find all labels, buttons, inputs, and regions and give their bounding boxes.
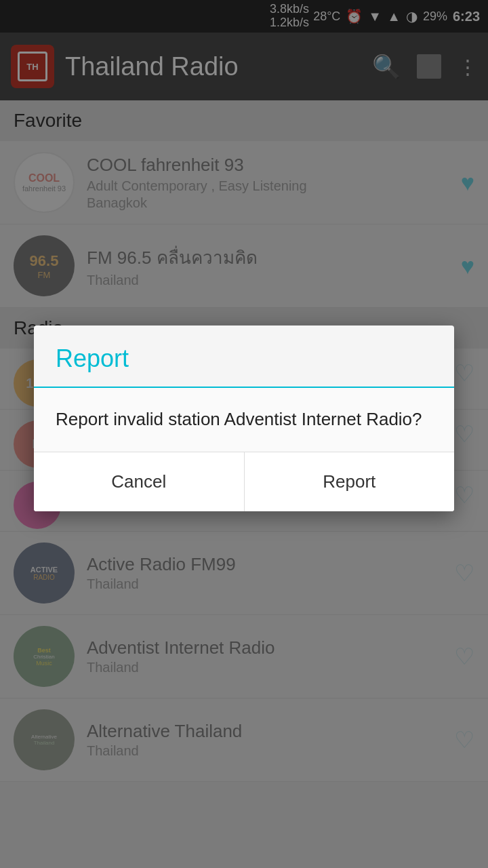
dialog-title-area: Report (34, 326, 454, 387)
dialog-title: Report (56, 344, 432, 373)
report-button[interactable]: Report (245, 452, 455, 511)
dialog-content: Report invalid station Adventist Interne… (34, 388, 454, 452)
dialog-message: Report invalid station Adventist Interne… (56, 407, 432, 433)
cancel-button[interactable]: Cancel (34, 452, 245, 511)
report-dialog: Report Report invalid station Adventist … (34, 326, 454, 511)
dialog-actions: Cancel Report (34, 452, 454, 511)
